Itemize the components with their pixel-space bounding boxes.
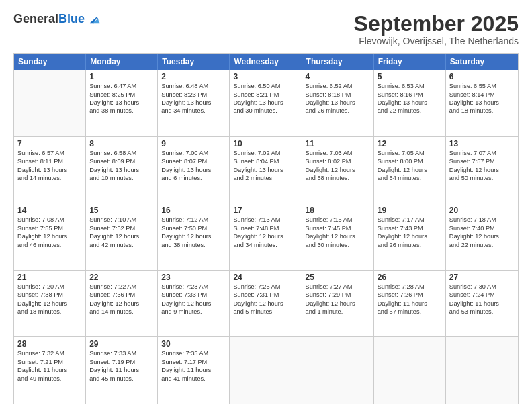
cell-info-line: and 57 minutes. [378, 308, 442, 316]
calendar-cell: 12Sunrise: 7:05 AMSunset: 8:00 PMDayligh… [374, 137, 446, 203]
cell-info-line: and 26 minutes. [378, 241, 442, 249]
cell-info-line: Sunset: 8:00 PM [378, 157, 442, 165]
day-number: 15 [89, 205, 154, 215]
cell-info-line: Daylight: 11 hours [89, 366, 154, 374]
calendar-cell: 11Sunrise: 7:03 AMSunset: 8:02 PMDayligh… [302, 137, 374, 203]
cell-info-line: Sunset: 8:18 PM [306, 91, 370, 99]
cell-info-line: Sunset: 8:21 PM [233, 91, 298, 99]
cell-info-line: Sunrise: 7:10 AM [89, 216, 154, 224]
cell-info-line: Sunset: 8:14 PM [449, 91, 515, 99]
day-number: 5 [378, 72, 442, 81]
day-number: 8 [89, 139, 154, 148]
cell-info-line: and 5 minutes. [233, 308, 298, 316]
calendar: SundayMondayTuesdayWednesdayThursdayFrid… [13, 53, 519, 404]
cell-info-line: Daylight: 13 hours [89, 99, 154, 107]
calendar-cell: 22Sunrise: 7:22 AMSunset: 7:36 PMDayligh… [86, 271, 158, 337]
cell-info-line: and 46 minutes. [17, 241, 82, 249]
cell-info-line: Daylight: 12 hours [89, 232, 154, 240]
weekday-header: Wednesday [230, 54, 302, 70]
cell-info-line: Sunrise: 7:25 AM [233, 283, 298, 291]
weekday-header: Sunday [14, 54, 86, 70]
day-number: 24 [233, 273, 298, 282]
cell-info-line: Daylight: 13 hours [233, 166, 298, 174]
cell-info-line: Sunset: 8:09 PM [89, 157, 154, 165]
calendar-cell: 6Sunrise: 6:55 AMSunset: 8:14 PMDaylight… [446, 70, 518, 136]
cell-info-line: and 50 minutes. [449, 174, 515, 182]
cell-info-line: and 34 minutes. [161, 107, 226, 115]
day-number: 14 [17, 205, 82, 215]
day-number: 3 [233, 72, 298, 81]
cell-info-line: Sunrise: 7:30 AM [449, 283, 515, 291]
cell-info-line: Sunset: 7:31 PM [233, 291, 298, 299]
cell-info-line: Sunrise: 7:22 AM [89, 283, 154, 291]
cell-info-line: Sunrise: 6:48 AM [161, 82, 226, 90]
page: GeneralBlue September 2025 Flevowijk, Ov… [0, 0, 532, 411]
cell-info-line: Daylight: 12 hours [306, 300, 370, 308]
cell-info-line: Sunset: 7:55 PM [17, 224, 82, 232]
cell-info-line: Daylight: 11 hours [378, 300, 442, 308]
cell-info-line: Sunrise: 7:05 AM [378, 149, 442, 157]
day-number: 2 [161, 72, 226, 81]
cell-info-line: Sunrise: 7:28 AM [378, 283, 442, 291]
calendar-cell: 8Sunrise: 6:58 AMSunset: 8:09 PMDaylight… [86, 137, 158, 203]
calendar-cell: 16Sunrise: 7:12 AMSunset: 7:50 PMDayligh… [158, 203, 230, 270]
title-block: September 2025 Flevowijk, Overijssel, Th… [354, 12, 519, 46]
calendar-cell: 4Sunrise: 6:52 AMSunset: 8:18 PMDaylight… [302, 70, 374, 136]
day-number: 29 [89, 339, 154, 349]
cell-info-line: Sunrise: 7:18 AM [449, 216, 515, 224]
cell-info-line: and 18 minutes. [449, 107, 515, 115]
location: Flevowijk, Overijssel, The Netherlands [354, 36, 519, 46]
cell-info-line: Sunset: 7:29 PM [306, 291, 370, 299]
cell-info-line: Sunset: 7:40 PM [449, 224, 515, 232]
cell-info-line: and 30 minutes. [233, 107, 298, 115]
cell-info-line: and 26 minutes. [306, 107, 370, 115]
logo-blue: Blue [58, 12, 85, 26]
day-number: 30 [161, 339, 226, 349]
day-number: 18 [306, 205, 370, 215]
weekday-header: Tuesday [158, 54, 230, 70]
cell-info-line: Sunrise: 6:58 AM [89, 149, 154, 157]
cell-info-line: Sunrise: 6:57 AM [17, 149, 82, 157]
cell-info-line: and 49 minutes. [17, 375, 82, 383]
cell-info-line: and 54 minutes. [378, 174, 442, 182]
cell-info-line: Daylight: 12 hours [161, 300, 226, 308]
calendar-cell: 23Sunrise: 7:23 AMSunset: 7:33 PMDayligh… [158, 271, 230, 337]
cell-info-line: Daylight: 11 hours [449, 300, 515, 308]
cell-info-line: Daylight: 12 hours [378, 232, 442, 240]
calendar-cell: 17Sunrise: 7:13 AMSunset: 7:48 PMDayligh… [230, 203, 302, 270]
cell-info-line: Sunrise: 7:07 AM [449, 149, 515, 157]
calendar-cell [446, 337, 518, 404]
cell-info-line: and 58 minutes. [306, 174, 370, 182]
cell-info-line: Daylight: 13 hours [306, 99, 370, 107]
day-number: 28 [17, 339, 82, 349]
calendar-cell: 18Sunrise: 7:15 AMSunset: 7:45 PMDayligh… [302, 203, 374, 270]
cell-info-line: Sunset: 7:21 PM [17, 358, 82, 366]
day-number: 13 [449, 139, 515, 148]
calendar-cell [14, 70, 86, 136]
cell-info-line: Sunset: 7:17 PM [161, 358, 226, 366]
cell-info-line: Sunrise: 6:53 AM [378, 82, 442, 90]
cell-info-line: and 34 minutes. [233, 241, 298, 249]
cell-info-line: Sunrise: 7:27 AM [306, 283, 370, 291]
cell-info-line: Sunrise: 7:20 AM [17, 283, 82, 291]
day-number: 12 [378, 139, 442, 148]
cell-info-line: Daylight: 11 hours [161, 366, 226, 374]
calendar-cell [230, 337, 302, 404]
weekday-header: Monday [86, 54, 158, 70]
day-number: 25 [306, 273, 370, 282]
cell-info-line: Sunset: 8:23 PM [161, 91, 226, 99]
cell-info-line: Sunrise: 7:17 AM [378, 216, 442, 224]
cell-info-line: Sunrise: 7:08 AM [17, 216, 82, 224]
calendar-row: 14Sunrise: 7:08 AMSunset: 7:55 PMDayligh… [14, 203, 518, 270]
cell-info-line: Sunset: 7:26 PM [378, 291, 442, 299]
cell-info-line: Daylight: 12 hours [449, 232, 515, 240]
cell-info-line: Daylight: 12 hours [306, 166, 370, 174]
calendar-cell: 19Sunrise: 7:17 AMSunset: 7:43 PMDayligh… [374, 203, 446, 270]
cell-info-line: and 45 minutes. [89, 375, 154, 383]
cell-info-line: Sunset: 8:07 PM [161, 157, 226, 165]
cell-info-line: and 22 minutes. [378, 107, 442, 115]
cell-info-line: Sunset: 7:48 PM [233, 224, 298, 232]
day-number: 23 [161, 273, 226, 282]
cell-info-line: and 6 minutes. [161, 174, 226, 182]
calendar-row: 28Sunrise: 7:32 AMSunset: 7:21 PMDayligh… [14, 336, 518, 404]
